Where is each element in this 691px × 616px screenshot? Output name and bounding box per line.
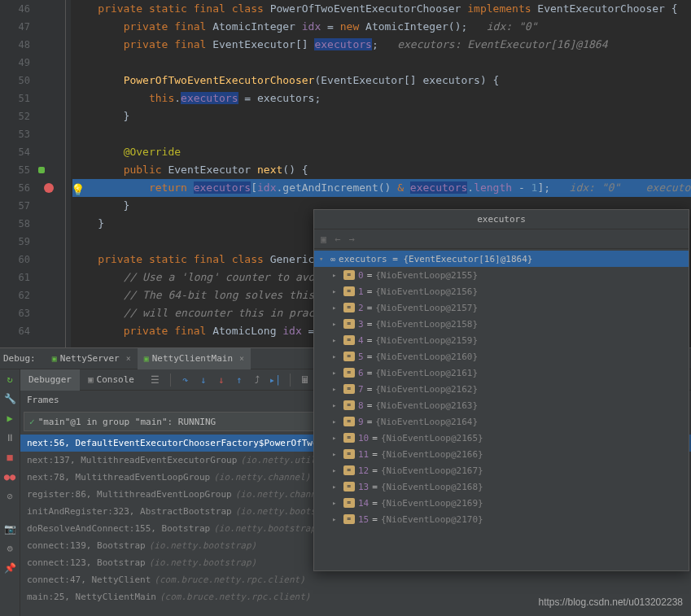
app-icon: ▣ [144, 354, 149, 363]
link-icon: ∞ [330, 255, 335, 264]
tree-item[interactable]: ▸≡ 6 = {NioEventLoop@2161} [314, 365, 689, 381]
array-element-icon: ≡ [343, 270, 355, 280]
tree-item[interactable]: ▸≡ 7 = {NioEventLoop@2162} [314, 381, 689, 397]
expand-icon[interactable]: ▸ [332, 287, 340, 295]
step-out-icon[interactable]: ↑ [233, 374, 246, 387]
expand-icon[interactable]: ▸ [332, 352, 340, 360]
tree-item[interactable]: ▸≡ 4 = {NioEventLoop@2159} [314, 332, 689, 348]
expand-icon[interactable]: ▸ [332, 515, 340, 523]
array-element-icon: ≡ [343, 514, 355, 524]
variable-tree[interactable]: ▾ ∞ executors = {EventExecutor[16]@1864}… [314, 249, 689, 529]
tree-root[interactable]: ▾ ∞ executors = {EventExecutor[16]@1864} [314, 251, 689, 267]
check-icon: ✓ [29, 417, 35, 427]
expand-icon[interactable]: ▸ [332, 417, 340, 426]
array-element-icon: ≡ [343, 352, 355, 361]
debug-sidebar: ↻ 🔧 ▶ ⏸ ■ ●● ⊘ 📷 ⚙ 📌 [0, 369, 20, 616]
debug-config-tab[interactable]: ▣NettyClientMain× [138, 348, 251, 369]
settings-icon[interactable]: ⚙ [3, 542, 16, 555]
divider [290, 374, 291, 387]
popup-toolbar: ▣ ← → [314, 229, 689, 249]
array-element-icon: ≡ [343, 449, 355, 459]
array-element-icon: ≡ [343, 433, 355, 443]
array-element-icon: ≡ [343, 368, 355, 378]
expand-icon[interactable]: ▸ [332, 369, 340, 377]
tree-item[interactable]: ▸≡ 2 = {NioEventLoop@2157} [314, 299, 689, 316]
new-watch-icon[interactable]: ▣ [321, 234, 326, 245]
tree-item[interactable]: ▸≡ 1 = {NioEventLoop@2156} [314, 283, 689, 299]
step-over-icon[interactable]: ↷ [179, 374, 192, 387]
view-breakpoints-icon[interactable]: ●● [3, 470, 16, 483]
run-to-cursor-icon[interactable]: ▸| [269, 374, 282, 387]
tree-item[interactable]: ▸≡ 8 = {NioEventLoop@2163} [314, 397, 689, 413]
array-element-icon: ≡ [343, 303, 355, 312]
mute-breakpoints-icon[interactable]: ⊘ [3, 490, 16, 503]
debug-label: Debug: [3, 353, 36, 364]
expand-icon[interactable]: ▸ [332, 450, 340, 458]
array-element-icon: ≡ [343, 319, 355, 329]
fold-column[interactable] [61, 0, 71, 347]
close-icon[interactable]: × [239, 354, 244, 363]
app-icon: ▣ [52, 354, 57, 363]
debug-config-tab[interactable]: ▣NettyServer× [46, 348, 138, 369]
override-marker-icon[interactable] [38, 167, 45, 173]
forward-icon[interactable]: → [348, 234, 354, 245]
expand-icon[interactable]: ▸ [332, 401, 340, 409]
debugger-tab[interactable]: Debugger [20, 369, 80, 391]
array-element-icon: ≡ [343, 335, 355, 345]
tree-item[interactable]: ▸≡ 3 = {NioEventLoop@2158} [314, 316, 689, 332]
tree-item[interactable]: ▸≡ 9 = {NioEventLoop@2164} [314, 413, 689, 430]
divider [170, 374, 171, 387]
expand-icon[interactable]: ▸ [332, 434, 340, 442]
expand-icon[interactable]: ▸ [332, 483, 340, 491]
threads-icon[interactable]: ☰ [149, 374, 162, 387]
tree-item[interactable]: ▸≡ 15 = {NioEventLoop@2170} [314, 511, 689, 527]
evaluate-icon[interactable]: 🖩 [299, 374, 312, 387]
tree-item[interactable]: ▸≡ 14 = {NioEventLoop@2169} [314, 495, 689, 511]
gutter-icons[interactable] [37, 0, 61, 347]
tree-item[interactable]: ▸≡ 10 = {NioEventLoop@2165} [314, 430, 689, 446]
close-icon[interactable]: × [126, 354, 131, 363]
expand-icon[interactable]: ▸ [332, 499, 340, 507]
tree-item[interactable]: ▸≡ 13 = {NioEventLoop@2168} [314, 478, 689, 495]
back-icon[interactable]: ← [335, 234, 340, 245]
watermark: https://blog.csdn.net/u013202238 [539, 596, 683, 608]
pin-icon[interactable]: 📌 [3, 561, 16, 574]
tree-item[interactable]: ▸≡ 12 = {NioEventLoop@2167} [314, 462, 689, 478]
expand-icon[interactable]: ▸ [332, 304, 340, 312]
tree-item[interactable]: ▸≡ 5 = {NioEventLoop@2160} [314, 348, 689, 365]
breakpoint-icon[interactable] [44, 183, 54, 193]
pause-icon[interactable]: ⏸ [3, 431, 16, 444]
expand-icon[interactable]: ▸ [332, 320, 340, 328]
stack-frame[interactable]: connect:47, NettyClient(com.bruce.netty.… [20, 571, 691, 588]
array-element-icon: ≡ [343, 286, 355, 296]
expand-icon[interactable]: ▸ [332, 271, 340, 279]
step-into-icon[interactable]: ↓ [197, 374, 210, 387]
stop-icon[interactable]: ■ [3, 451, 16, 464]
array-element-icon: ≡ [343, 400, 355, 410]
array-element-icon: ≡ [343, 384, 355, 394]
popup-title: executors [314, 210, 689, 229]
array-element-icon: ≡ [343, 482, 355, 491]
console-icon: ▣ [88, 374, 94, 385]
expand-icon[interactable]: ▸ [332, 336, 340, 344]
resume-icon[interactable]: ▶ [3, 412, 16, 425]
expand-icon[interactable]: ▸ [332, 466, 340, 474]
console-tab[interactable]: ▣Console [80, 369, 142, 391]
drop-frame-icon[interactable]: ⤴ [251, 374, 264, 387]
array-element-icon: ≡ [343, 417, 355, 426]
expand-icon[interactable]: ▾ [319, 255, 327, 263]
rerun-icon[interactable]: ↻ [3, 373, 16, 386]
expand-icon[interactable]: ▸ [332, 385, 340, 393]
wrench-icon[interactable]: 🔧 [3, 392, 16, 405]
tree-item[interactable]: ▸≡ 0 = {NioEventLoop@2155} [314, 267, 689, 283]
array-element-icon: ≡ [343, 465, 355, 475]
intention-bulb-icon[interactable]: 💡 [71, 183, 85, 196]
line-numbers: 46474849505152535455565758596061626364 [0, 0, 37, 347]
force-step-into-icon[interactable]: ↓ [215, 374, 228, 387]
array-element-icon: ≡ [343, 498, 355, 508]
tree-item[interactable]: ▸≡ 11 = {NioEventLoop@2166} [314, 446, 689, 462]
camera-icon[interactable]: 📷 [3, 522, 16, 535]
variable-popup[interactable]: executors ▣ ← → ▾ ∞ executors = {EventEx… [313, 209, 689, 571]
